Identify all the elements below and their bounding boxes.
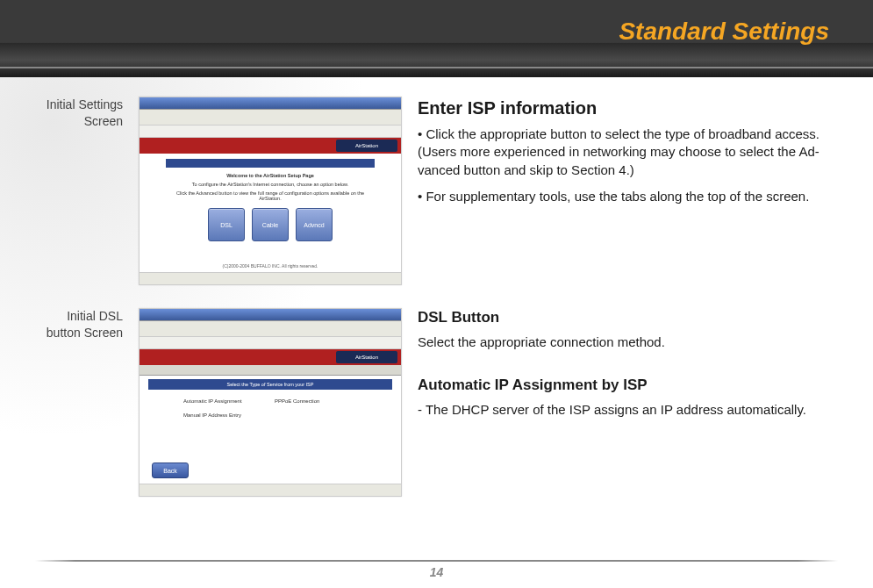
- scr1-cable-button[interactable]: Cable: [252, 208, 289, 241]
- thumb-dsl-screen: AirStation Select the Type of Service fr…: [139, 308, 402, 497]
- scr2-opt-manual-ip[interactable]: Manual IP Address Entry: [183, 412, 266, 418]
- scr2-opt-auto-ip[interactable]: Automatic IP Assignment: [183, 398, 266, 404]
- footer-area: 14: [0, 560, 873, 579]
- scr1-addrbar: [140, 125, 401, 138]
- screenshot-initial-settings: AirStation Welcome to the AirStation Set…: [139, 97, 402, 285]
- scr1-welcome-line2: Click the Advanced button to view the fu…: [166, 190, 375, 201]
- scr2-opt-empty: [275, 412, 357, 418]
- row-initial-settings: Initial Settings Screen AirStation Welco…: [35, 97, 838, 285]
- scr1-statusbar: [140, 272, 401, 284]
- scr2-back-button[interactable]: Back: [152, 463, 189, 478]
- scr2-addrbar: [140, 337, 401, 349]
- scr1-welcome-title: Welcome to the AirStation Setup Page: [166, 173, 375, 178]
- header-band: Standard Settings: [0, 0, 873, 77]
- heading-enter-isp: Enter ISP information: [418, 97, 838, 120]
- scr1-brand-right: AirStation: [336, 140, 397, 152]
- bullet-tabs: • For supplementary tools, use the tabs …: [418, 188, 838, 205]
- header-divider: [0, 67, 873, 68]
- spacer: [418, 360, 838, 376]
- page-header-title: Standard Settings: [619, 18, 829, 46]
- scr2-brand-right: AirStation: [336, 351, 397, 363]
- scr2-opt-pppoe[interactable]: PPPoE Connection: [275, 398, 357, 404]
- text-auto-ip-body: - The DHCP server of the ISP assigns an …: [418, 401, 838, 419]
- scr2-toolbar: [140, 321, 401, 337]
- scr1-intro: Welcome to the AirStation Setup Page To …: [166, 159, 375, 241]
- scr1-brandbar: AirStation: [140, 138, 401, 154]
- scr1-dsl-button[interactable]: DSL: [208, 208, 245, 241]
- footer-divider: [35, 560, 838, 562]
- scr1-toolbar: [140, 110, 401, 125]
- scr2-blue-title: Select the Type of Service from your ISP: [148, 379, 392, 390]
- scr1-button-row: DSL Cable Advncd: [166, 208, 375, 241]
- screenshot-dsl-screen: AirStation Select the Type of Service fr…: [139, 308, 402, 497]
- scr2-options: Automatic IP Assignment PPPoE Connection…: [183, 398, 357, 418]
- scr1-titlebar: [140, 97, 401, 110]
- scr2-titlebar: [140, 309, 401, 321]
- section-enter-isp: Enter ISP information • Click the approp…: [418, 97, 838, 214]
- thumb-initial-settings: AirStation Welcome to the AirStation Set…: [139, 97, 402, 285]
- heading-dsl-button: DSL Button: [418, 308, 838, 328]
- section-dsl-and-autoip: DSL Button Select the appropriate connec…: [418, 308, 838, 427]
- scr2-body: AirStation Select the Type of Service fr…: [140, 349, 401, 496]
- heading-auto-ip: Automatic IP Assignment by ISP: [418, 376, 838, 396]
- row-dsl-screen: Initial DSL button Screen AirStation Sel…: [35, 308, 838, 497]
- bullet-broadband-select: • Click the appropriate button to select…: [418, 125, 838, 179]
- scr2-brandbar: AirStation: [140, 349, 401, 365]
- text-dsl-body: Select the appropriate connection method…: [418, 333, 838, 351]
- scr1-advanced-button[interactable]: Advncd: [296, 208, 333, 241]
- page-number: 14: [0, 565, 873, 579]
- content-area: Initial Settings Screen AirStation Welco…: [0, 77, 873, 497]
- scr1-welcome-line1: To configure the AirStation's Internet c…: [166, 182, 375, 187]
- caption-thumb2: Initial DSL button Screen: [35, 308, 123, 341]
- scr2-tab-row: [140, 365, 401, 376]
- scr1-body: AirStation Welcome to the AirStation Set…: [140, 138, 401, 284]
- scr1-copyright: (C)2000-2004 BUFFALO INC. All rights res…: [140, 263, 401, 269]
- scr1-bluebar: [166, 159, 375, 168]
- caption-thumb1: Initial Settings Screen: [35, 97, 123, 130]
- scr2-statusbar: [140, 484, 401, 496]
